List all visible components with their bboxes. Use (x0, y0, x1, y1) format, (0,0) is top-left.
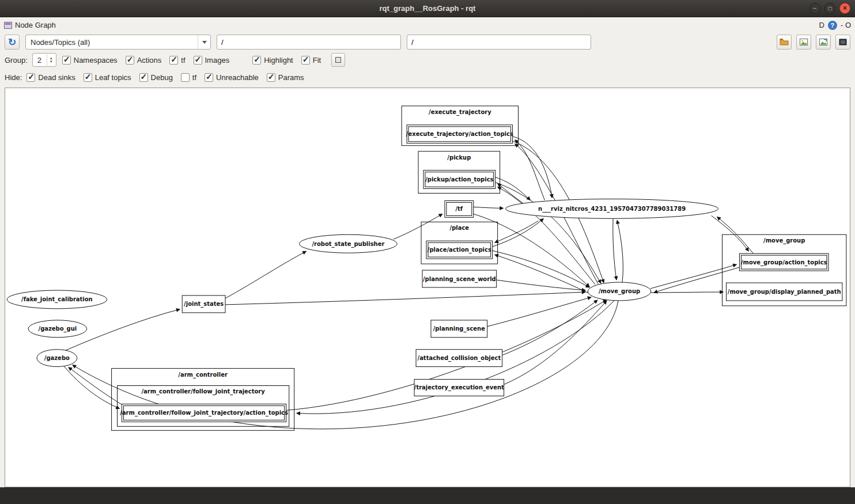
checkbox-label: Actions (137, 56, 162, 65)
topic-filter-input[interactable] (407, 35, 591, 50)
checkbox-debug[interactable]: Debug (139, 73, 173, 82)
move-group-node-label: /move_group (599, 288, 640, 295)
window-buttons: − □ × (809, 3, 850, 14)
edge-rviz-node-to-execute-trajectory-action-topics (515, 140, 545, 200)
move-group-group-label: /move_group (763, 237, 805, 244)
spin-down-icon[interactable]: ▼ (50, 60, 53, 63)
checkbox-params[interactable]: Params (267, 73, 304, 82)
minimize-button[interactable]: − (809, 3, 820, 14)
checkbox-hide-tf[interactable]: tf (181, 73, 196, 82)
checkbox-tf-group[interactable]: tf (169, 56, 185, 65)
pickup-action-topics-label: /pickup/action_topics (425, 176, 493, 183)
pickup-group-label: /pickup (447, 154, 471, 161)
checkbox-indicator (169, 56, 178, 65)
namespace-filter-input[interactable] (217, 35, 401, 50)
move-group-action-topics-label: /move_group/action_topics (741, 259, 827, 266)
panel-title: Node Graph (15, 21, 56, 29)
maximize-button[interactable]: □ (824, 3, 835, 14)
group-depth-spinbox[interactable]: 2 ▲ ▼ (32, 53, 56, 67)
close-button[interactable]: × (839, 3, 850, 14)
group-options-row: Group: 2 ▲ ▼ Namespaces Actions tf Image… (0, 52, 855, 68)
edge-joint-states-to-move-group-node (225, 292, 585, 305)
panel-header: Node Graph D ? - O (0, 17, 855, 33)
checkbox-label: tf (192, 73, 196, 82)
chevron-down-icon (202, 41, 207, 44)
refresh-icon: ↻ (8, 37, 16, 47)
graph-canvas[interactable]: /execute_trajectory/pickup/place/arm_con… (5, 88, 850, 487)
checkbox-unreachable[interactable]: Unreachable (205, 73, 259, 82)
checkbox-dead-sinks[interactable]: Dead sinks (27, 73, 75, 82)
attached-collision-object-label: /attached_collision_object (418, 355, 501, 362)
fit-in-view-button[interactable] (331, 53, 345, 67)
checkbox-label: Images (205, 56, 230, 65)
place-group-label: /place (450, 225, 470, 231)
edge-gazebo-to-arm-follow-joint-trajectory-action-topics (64, 366, 120, 409)
checkbox-label: Debug (151, 73, 173, 82)
export-tools (777, 35, 850, 50)
graph-type-value: Nodes/Topics (all) (31, 38, 90, 47)
checkbox-label: Fit (313, 56, 321, 65)
graph-type-dropdown[interactable]: Nodes/Topics (all) (25, 35, 211, 50)
checkbox-label: Highlight (264, 56, 293, 65)
checkbox-label: tf (181, 56, 185, 65)
save-image-button[interactable] (835, 35, 850, 50)
checkbox-indicator (267, 73, 275, 82)
checkbox-leaf-topics[interactable]: Leaf topics (84, 73, 131, 82)
arm-follow-joint-trajectory-group-label: /arm_controller/follow_joint_trajectory (141, 388, 265, 395)
dropdown-arrow-zone (198, 35, 210, 49)
dock-controls: D ? - O (819, 21, 851, 30)
place-action-topics-label: /place/action_topics (428, 247, 491, 253)
help-icon[interactable]: ? (828, 21, 837, 30)
screenshot-icon (838, 37, 848, 47)
save-dot-button[interactable] (796, 35, 811, 50)
planning-scene-world-label: /planning_scene_world (423, 276, 496, 283)
group-depth-value: 2 (37, 56, 41, 65)
save-svg-button[interactable] (816, 35, 831, 50)
tf-topic-label: /tf (455, 206, 463, 212)
checkbox-indicator (301, 56, 310, 65)
save-image-icon (799, 37, 808, 47)
checkbox-indicator (62, 56, 71, 65)
arm-controller-group-label: /arm_controller (178, 372, 228, 378)
joint-states-label: /joint_states (184, 301, 224, 308)
save-svg-icon (819, 37, 828, 47)
checkbox-images[interactable]: Images (194, 56, 230, 65)
checkbox-fit[interactable]: Fit (301, 56, 321, 65)
checkbox-label: Params (278, 73, 304, 82)
rviz-node-label: n___rviz_nitcros_4231_195704730778903178… (538, 206, 686, 213)
checkbox-actions[interactable]: Actions (126, 56, 162, 65)
window-bottom-bar (0, 487, 855, 504)
checkbox-indicator (252, 56, 261, 65)
checkbox-indicator (181, 73, 190, 82)
folder-icon (780, 37, 789, 47)
edge-place-action-topics-to-move-group-node (493, 251, 590, 287)
dock-controls-text[interactable]: - O (841, 21, 851, 29)
checkbox-indicator (27, 73, 35, 82)
refresh-button[interactable]: ↻ (5, 35, 20, 50)
gazebo-gui-label: /gazebo_gui (39, 325, 77, 332)
checkbox-indicator (139, 73, 148, 82)
execute-trajectory-group-label: /execute_trajectory (429, 109, 491, 116)
edge-place-action-topics-to-rviz-node (493, 218, 544, 247)
edge-joint-states-to-robot-state-publisher (225, 251, 307, 298)
checkbox-label: Unreachable (216, 73, 259, 82)
group-label: Group: (5, 56, 28, 65)
edge-rviz-node-to-move-group-node (613, 218, 616, 280)
window-title: rqt_graph__RosGraph - rqt (380, 4, 476, 13)
spinbox-arrows[interactable]: ▲ ▼ (47, 54, 55, 66)
graph-toolbar: ↻ Nodes/Topics (all) (0, 33, 855, 51)
hide-label: Hide: (5, 73, 22, 82)
window-titlebar: rqt_graph__RosGraph - rqt − □ × (0, 0, 855, 17)
checkbox-label: Namespaces (74, 56, 118, 65)
load-dot-button[interactable] (777, 35, 792, 50)
checkbox-indicator (194, 56, 202, 65)
checkbox-highlight[interactable]: Highlight (252, 56, 293, 65)
checkbox-indicator (126, 56, 134, 65)
node-graph-svg: /execute_trajectory/pickup/place/arm_con… (5, 88, 850, 487)
edge-attached-collision-object-to-move-group-node (502, 300, 598, 355)
checkbox-label: Leaf topics (95, 73, 131, 82)
trajectory-execution-event-label: /trajectory_execution_event (414, 384, 504, 391)
checkbox-namespaces[interactable]: Namespaces (62, 56, 118, 65)
hide-options-row: Hide: Dead sinks Leaf topics Debug tf Un… (0, 69, 855, 85)
node-graph-icon (4, 22, 12, 29)
